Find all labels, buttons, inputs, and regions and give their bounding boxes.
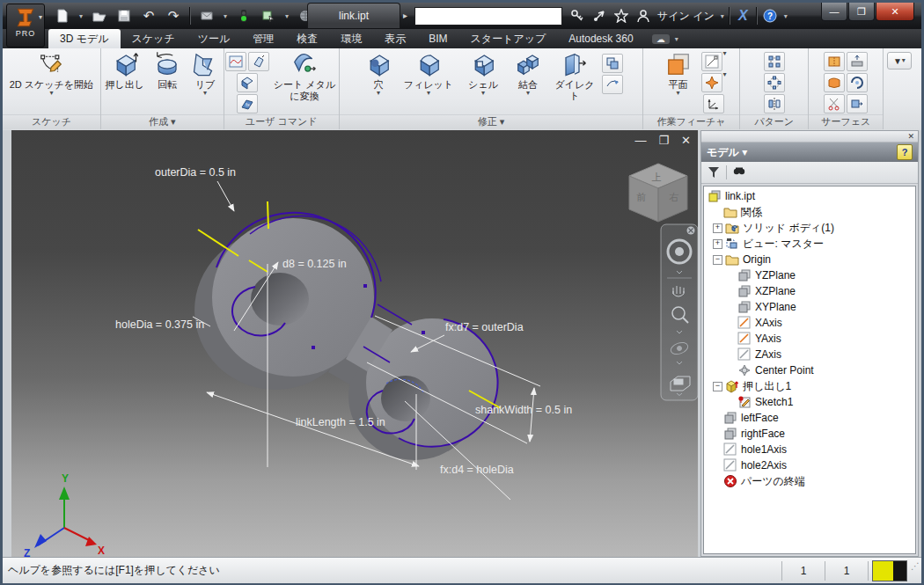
tab-tools[interactable]: ツール <box>187 29 242 48</box>
extend-surface-icon[interactable] <box>847 94 868 113</box>
tab-3d-model[interactable]: 3D モデル <box>48 29 121 48</box>
dropdown-icon[interactable]: ▾ <box>203 91 207 96</box>
expand-icon[interactable]: − <box>713 255 722 265</box>
insert-object-icon[interactable] <box>258 5 279 26</box>
combine-button[interactable]: 結合 ▾ <box>510 51 546 96</box>
viewcube-front-label[interactable]: 前 <box>636 192 647 202</box>
undo-icon[interactable]: ↶ <box>138 5 159 26</box>
annotation-outerdia[interactable]: outerDia = 0.5 in <box>155 166 236 179</box>
expand-icon[interactable]: + <box>713 223 722 233</box>
document-tab[interactable]: link.ipt <box>307 3 400 28</box>
tree-item-sketch1[interactable]: Sketch1 <box>704 394 915 410</box>
browser-close-icon[interactable]: ✕ <box>907 132 914 141</box>
search-input[interactable] <box>414 7 562 26</box>
tree-item-hole1axis[interactable]: hole1Axis <box>704 442 915 457</box>
shell-button[interactable]: シェル ▾ <box>460 51 506 96</box>
ribbon-collapse-button[interactable]: ▼▾ <box>887 52 912 69</box>
panel-label-create[interactable]: 作成 ▾ <box>101 114 224 129</box>
insert-dropdown-icon[interactable]: ▾ <box>285 12 289 20</box>
tree-item-center-point[interactable]: Center Point <box>704 362 915 378</box>
expand-icon[interactable]: + <box>713 239 722 249</box>
sculpt-icon[interactable] <box>847 73 868 92</box>
tree-item-extrusion1[interactable]: − 押し出し1 <box>704 378 915 394</box>
tree-item-origin[interactable]: − Origin <box>704 252 915 267</box>
dropdown-icon[interactable]: ▾ <box>377 91 380 96</box>
tree-item-solid-bodies[interactable]: + ソリッド ボディ(1) <box>704 220 915 236</box>
tab-sketch[interactable]: スケッチ <box>121 29 187 48</box>
dropdown-icon[interactable]: ▾ <box>723 51 727 72</box>
maximize-button[interactable]: ❐ <box>848 3 875 21</box>
3d-viewport[interactable]: — ❐ ✕ <box>11 130 698 557</box>
viewcube-right-label[interactable]: 右 <box>670 192 679 202</box>
rectangular-pattern-icon[interactable] <box>764 52 785 71</box>
browser-title[interactable]: モデル ▾ <box>707 145 747 160</box>
dropdown-icon[interactable]: ▾ <box>49 91 53 96</box>
annotation-fxd4[interactable]: fx:d4 = holeDia <box>440 464 514 476</box>
tab-getstarted[interactable]: スタートアップ <box>459 29 558 48</box>
sign-in-dropdown-icon[interactable]: ▾ <box>721 12 724 20</box>
tree-item-link-ipt[interactable]: link.ipt <box>704 188 915 204</box>
work-ucs-icon[interactable] <box>703 94 724 113</box>
favorites-star-icon[interactable] <box>610 5 632 26</box>
exchange-x-icon[interactable]: X <box>732 5 754 26</box>
dropdown-icon[interactable]: ▾ <box>481 91 485 96</box>
user-cmd-box-icon[interactable] <box>237 73 258 92</box>
tree-item-yaxis[interactable]: YAxis <box>704 331 915 347</box>
communication-center-icon[interactable] <box>588 5 610 26</box>
tree-item-rightface[interactable]: rightFace <box>704 426 915 442</box>
save-icon[interactable] <box>114 5 135 26</box>
update-dropdown-icon[interactable]: ▾ <box>224 12 227 20</box>
tree-item-xzplane[interactable]: XZPlane <box>704 283 915 299</box>
extrude-button[interactable]: 押し出し <box>103 51 147 91</box>
browser-help-icon[interactable]: ? <box>897 144 913 160</box>
convert-sheet-metal-button[interactable]: シート メタル に変換 <box>272 51 337 101</box>
copy-object-icon[interactable] <box>602 54 623 73</box>
viewport-close-icon[interactable]: ✕ <box>681 134 691 147</box>
panel-label-work-features[interactable]: 作業フィーチャ <box>643 114 739 129</box>
hole-button[interactable]: 穴 ▾ <box>360 51 397 96</box>
tree-item-xaxis[interactable]: XAxis <box>704 315 915 331</box>
tab-inspect[interactable]: 検査 <box>285 29 329 48</box>
sign-in-label[interactable]: サイン イン <box>657 9 715 24</box>
viewport-minimize-icon[interactable]: — <box>634 134 646 147</box>
key-icon[interactable] <box>566 5 588 26</box>
traffic-light-icon[interactable] <box>233 5 254 26</box>
new-file-icon[interactable] <box>52 5 73 26</box>
help-icon[interactable]: ? <box>759 5 781 26</box>
browser-title-bar[interactable]: モデル ▾ ? <box>701 143 918 162</box>
user-cmd-stamp-icon[interactable]: fx <box>237 94 258 113</box>
work-axis-icon[interactable] <box>701 52 722 71</box>
tree-item-view-master[interactable]: + ビュー: マスター <box>704 236 915 252</box>
rib-button[interactable]: リブ ▾ <box>188 51 222 96</box>
tree-item-xyplane[interactable]: XYPlane <box>704 299 915 315</box>
doc-tab-scroll-icon[interactable]: ▸ <box>403 11 407 20</box>
minimize-button[interactable]: — <box>821 3 847 21</box>
panel-label-user-commands[interactable]: ユーザ コマンド <box>224 114 339 129</box>
cloud-status-button[interactable]: ☁▾ <box>652 29 681 48</box>
annotation-fxd7[interactable]: fx:d7 = outerDia <box>445 321 524 333</box>
view-cube[interactable]: 上 前 右 <box>629 164 687 222</box>
tree-item-end-of-part[interactable]: パーツの終端 <box>704 473 915 489</box>
panel-label-sketch[interactable]: スケッチ <box>3 114 100 129</box>
boundary-patch-icon[interactable] <box>824 73 845 92</box>
annotation-linklength[interactable]: linkLength = 1.5 in <box>296 416 385 428</box>
resize-grip[interactable]: ⋰ <box>911 561 921 581</box>
tree-item-leftface[interactable]: leftFace <box>704 410 915 426</box>
new-file-dropdown-icon[interactable]: ▾ <box>79 12 83 20</box>
tab-view[interactable]: 表示 <box>373 29 417 48</box>
panel-label-modify[interactable]: 修正 ▾ <box>340 114 642 129</box>
user-cmd-tilt-box-icon[interactable] <box>248 52 269 71</box>
dropdown-icon[interactable]: ▾ <box>723 72 727 93</box>
send-update-icon[interactable] <box>196 5 217 26</box>
application-menu-button[interactable]: PRO ▾ <box>6 4 45 48</box>
annotation-d8[interactable]: d8 = 0.125 in <box>282 258 347 270</box>
open-file-icon[interactable] <box>89 5 110 26</box>
fillet-button[interactable]: フィレット ▾ <box>400 51 457 96</box>
tab-autodesk360[interactable]: Autodesk 360 <box>557 29 644 48</box>
panel-label-pattern[interactable]: パターン <box>740 114 808 129</box>
tree-item-hole2axis[interactable]: hole2Axis <box>704 457 915 473</box>
tree-item-yzplane[interactable]: YZPlane <box>704 267 915 283</box>
redo-icon[interactable]: ↷ <box>163 5 184 26</box>
work-point-icon[interactable] <box>701 73 722 92</box>
user-cmd-graph-icon[interactable] <box>225 52 246 71</box>
